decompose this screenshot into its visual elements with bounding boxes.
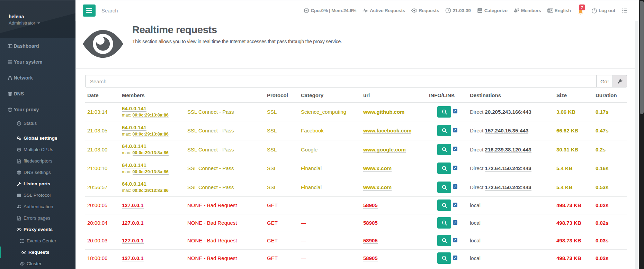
destination-link[interactable]: 216.239.38.120:443 [485,147,531,153]
url-link[interactable]: www.google.com [363,147,406,153]
realtime-requests-eye-logo [83,28,123,59]
topbar-item-english[interactable]: English [547,8,571,13]
member-ip-link[interactable]: 64.0.0.141 [122,181,146,187]
member-ip-link[interactable]: 127.0.0.1 [122,238,144,244]
member-ip-link[interactable]: 64.0.0.141 [122,162,146,168]
sidebar-item-your-system[interactable]: Your system [0,54,75,70]
destination-link[interactable]: 20.205.243.166:443 [485,109,531,115]
page-scrollbar[interactable] [639,0,644,269]
view-request-button[interactable] [437,125,451,136]
sidebar-item-multiple-cpus[interactable]: Multiple CPUs [0,144,75,155]
external-link-icon [454,147,457,150]
sidebar-item-requests[interactable]: Requests [0,247,75,258]
eye-icon [411,8,417,13]
member-ip-link[interactable]: 64.0.0.141 [122,124,146,131]
sidebar-item-proxy-events[interactable]: Proxy events [0,224,75,235]
external-link-button[interactable] [453,166,457,170]
external-link-icon [454,110,457,113]
topbar-item-members[interactable]: Members [514,8,541,13]
sidebar-item-events-center[interactable]: Events Center [0,235,75,247]
topbar-item-requests[interactable]: Requests [411,8,439,13]
topbar-item-21-03-39[interactable]: 21:03:39 [445,8,471,13]
member-mac-link[interactable]: 00:0c:29:13:8a:86 [133,150,169,156]
view-request-button[interactable] [437,106,451,118]
sidebar-item-ssl-protocol[interactable]: SSL Protocol [0,189,75,201]
external-link-button[interactable] [453,220,457,225]
cell-destinations: local [468,249,554,267]
topbar-item-bell[interactable]: 7 [577,4,585,16]
sidebar-item-filedescriptors[interactable]: filedescriptors [0,155,75,167]
external-link-button[interactable] [453,256,457,260]
search-icon [441,202,447,208]
member-mac-link[interactable]: 00:0c:29:13:8a:86 [133,113,169,118]
view-request-button[interactable] [437,200,451,211]
cell-size: 3.06 KB [554,102,593,121]
member-ip-link[interactable]: 64.0.0.141 [122,143,146,149]
member-mac-link[interactable]: 00:0c:29:13:8a:86 [133,132,169,137]
cell-info-link [427,140,468,159]
url-link[interactable]: 58905 [363,220,378,226]
destination-link[interactable]: 157.240.15.35:443 [485,128,528,134]
page-subtitle: This section allows you to view in real … [132,39,342,44]
external-link-button[interactable] [453,128,457,132]
column-header-size: Size [554,90,593,102]
topbar-item-categorize[interactable]: Categorize [477,8,508,13]
view-request-button[interactable] [437,252,451,264]
url-link[interactable]: 58905 [363,255,378,261]
external-link-button[interactable] [453,238,457,242]
sidebar-toggle-button[interactable] [83,4,96,17]
sidebar-item-status[interactable]: Status [0,118,75,129]
table-row: 20:00:03127.0.0.1NONE - Bad RequestGET—5… [85,232,627,249]
cell-duration: 0.03s [593,232,627,249]
url-link[interactable]: www.facebook.com [363,128,411,134]
member-ip-link[interactable]: 127.0.0.1 [122,202,144,208]
topbar-item-tasks[interactable] [621,8,627,13]
sidebar-item-global-settings[interactable]: Global settings [0,132,75,144]
sidebar-item-dns-settings[interactable]: DNS settings [0,167,75,178]
external-link-button[interactable] [453,147,457,151]
sidebar-item-authentication[interactable]: Authentication [0,201,75,212]
cell-members: 127.0.0.1 [120,214,185,232]
member-mac-link[interactable]: 00:0c:29:13:8a:86 [133,188,169,193]
topbar-search[interactable]: Search [101,8,118,13]
member-ip-link[interactable]: 64.0.0.141 [122,105,146,112]
view-request-button[interactable] [437,163,451,174]
url-link[interactable]: www.github.com [363,109,404,115]
url-link[interactable]: www.x.com [363,165,392,171]
destination-link[interactable]: 172.64.150.242:443 [485,184,531,191]
sidebar-item-errors-pages[interactable]: Errors pages [0,212,75,224]
url-link[interactable]: www.x.com [363,184,392,191]
sidebar-item-cluster[interactable]: Cluster [0,258,75,269]
view-request-button[interactable] [437,235,451,246]
sidebar-item-listen-ports[interactable]: Listen ports [0,178,75,189]
external-link-button[interactable] [453,109,457,113]
view-request-button[interactable] [437,182,451,193]
topbar-item-log-out[interactable]: Log out [591,8,615,13]
external-link-button[interactable] [453,203,457,207]
cell-status: SSL Connect - Pass [185,102,265,121]
sidebar-item-network[interactable]: Network [0,70,75,86]
scrollbar-thumb[interactable] [640,1,644,114]
dashboard-icon [8,44,12,49]
view-request-button[interactable] [437,144,451,155]
url-link[interactable]: 58905 [363,238,378,244]
external-link-button[interactable] [453,184,457,189]
url-link[interactable]: 58905 [363,202,378,208]
table-settings-button[interactable] [613,75,627,87]
cell-date: 20:00:03 [85,232,120,249]
destination-link[interactable]: 172.64.150.242:443 [485,165,531,171]
sidebar-item-dns[interactable]: DNS [0,86,75,102]
cell-date: 21:03:14 [85,102,120,121]
search-go-button[interactable]: Go! [596,75,613,87]
table-search-input[interactable] [85,75,596,87]
member-ip-link[interactable]: 127.0.0.1 [122,220,144,226]
member-ip-link[interactable]: 127.0.0.1 [122,255,144,261]
member-mac-link[interactable]: 00:0c:29:13:8a:86 [133,169,169,175]
sidebar-item-dashboard[interactable]: Dashboard [0,38,75,54]
sidebar-item-your-proxy[interactable]: Your proxy [0,102,75,118]
cell-duration: 0.02s [593,214,627,232]
topbar-item-cpu-0-mem-24-6[interactable]: Cpu:0% | Mem:24.6% [303,8,356,13]
topbar-item-active-requests[interactable]: Active Requests [363,8,405,13]
user-role-dropdown[interactable]: Administrator [9,20,75,27]
view-request-button[interactable] [437,217,451,229]
